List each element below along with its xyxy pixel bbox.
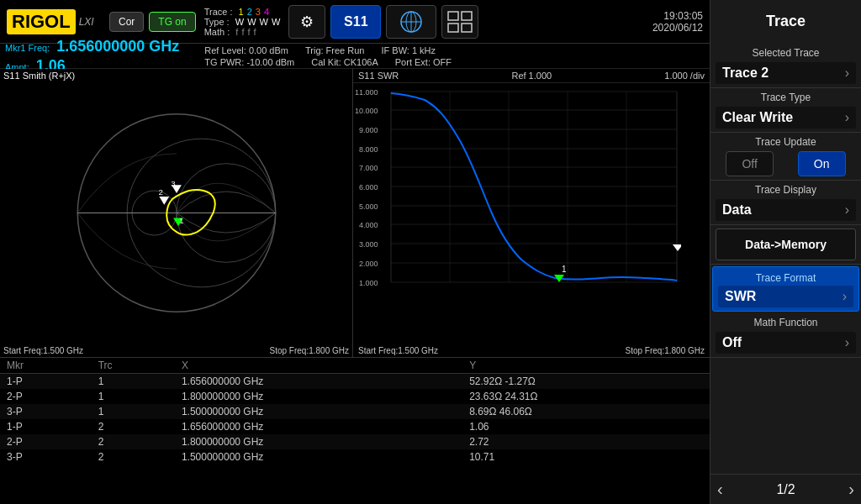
settings-icon-btn[interactable]: ⚙: [288, 5, 325, 39]
trace-format-section: Trace Format SWR ›: [712, 266, 859, 312]
type-1: W: [235, 17, 244, 27]
trace-4: 4: [264, 7, 269, 17]
cell-y: 1.06: [462, 419, 710, 434]
cell-mkr: 1-P: [0, 374, 92, 390]
svg-text:8.000: 8.000: [359, 145, 378, 154]
math-function-label: Math Function: [716, 317, 856, 328]
data-memory-section: Data->Memory: [710, 225, 861, 265]
swr-start-freq: Start Freq:1.500 GHz: [358, 346, 438, 355]
data-memory-button[interactable]: Data->Memory: [716, 228, 856, 260]
date-display: 2020/06/12: [652, 22, 703, 34]
type-2: W: [247, 17, 256, 27]
smith-start-freq: Start Freq:1.500 GHz: [3, 346, 83, 355]
math-4: f: [254, 27, 256, 37]
cal-kit: Cal Kit: CK106A: [311, 57, 378, 67]
cell-mkr: 3-P: [0, 404, 92, 419]
svg-text:3: 3: [171, 179, 176, 188]
trace-display-chevron: ›: [845, 202, 849, 218]
rigol-logo: RIGOL: [7, 9, 76, 34]
s11-button[interactable]: S11: [330, 5, 381, 39]
cell-y: 10.71: [462, 449, 710, 465]
math-2: f: [241, 27, 244, 37]
icon-buttons: ⚙ S11: [288, 5, 478, 39]
trace-update-toggle: Off On: [716, 151, 856, 176]
trace-format-value: SWR: [725, 289, 756, 304]
trace-format-row[interactable]: SWR ›: [718, 286, 853, 307]
svg-text:5.000: 5.000: [359, 202, 378, 211]
svg-text:6.000: 6.000: [359, 183, 378, 192]
swr-bottom: Start Freq:1.500 GHz Stop Freq:1.800 GHz: [353, 344, 710, 357]
cell-y: 8.69Ω 46.06Ω: [462, 404, 710, 419]
trace-3: 3: [256, 7, 261, 17]
mkr-freq-label: Mkr1 Freq:: [5, 43, 50, 53]
cell-trc: 2: [92, 449, 175, 465]
col-x: X: [175, 358, 462, 374]
svg-text:9.000: 9.000: [359, 126, 378, 134]
cell-x: 1.500000000 GHz: [175, 449, 462, 465]
svg-text:4.000: 4.000: [359, 221, 378, 229]
svg-text:1.000: 1.000: [359, 279, 378, 287]
tg-button[interactable]: TG on: [149, 12, 195, 32]
swr-ref-label: Ref 1.000: [511, 71, 552, 81]
trace-info-top: Trace : 1 2 3 4 Type : W W W W Math : f …: [204, 7, 281, 37]
right-panel-header-title: Trace: [710, 0, 861, 44]
cell-trc: 1: [92, 389, 175, 404]
col-trc: Trc: [92, 358, 175, 374]
trace-update-on[interactable]: On: [798, 151, 846, 176]
svg-text:2: 2: [158, 187, 162, 197]
prev-page-button[interactable]: ‹: [717, 480, 723, 499]
cor-button[interactable]: Cor: [109, 12, 144, 32]
type-4: W: [272, 17, 280, 27]
page-indicator: 1/2: [776, 482, 795, 497]
svg-text:1: 1: [562, 265, 567, 274]
trace-display-row[interactable]: Data ›: [716, 199, 856, 221]
selected-trace-label: Selected Trace: [716, 47, 856, 59]
swr-ref-val: 1.000 /div: [664, 71, 705, 81]
right-panel: Selected Trace Trace 2 › Trace Type Clea…: [710, 44, 861, 504]
trace-type-row[interactable]: Clear Write ›: [716, 107, 856, 129]
svg-text:3.000: 3.000: [359, 240, 378, 249]
cell-y: 23.63Ω 24.31Ω: [462, 389, 710, 404]
trace-update-label: Trace Update: [716, 136, 856, 148]
trace-display-value: Data: [722, 202, 752, 218]
math-function-section: Math Function Off ›: [710, 313, 861, 358]
svg-rect-7: [462, 24, 472, 32]
left-side: Mkr1 Freq: 1.656000000 GHz Ampt: 1.06 Re…: [0, 44, 710, 504]
trace-1: 1: [239, 7, 244, 17]
vna-button[interactable]: [386, 5, 436, 39]
smith-svg: 2 3 1: [17, 104, 336, 323]
table-row: 2-P21.800000000 GHz2.72: [0, 434, 710, 449]
trace-format-label: Trace Format: [718, 270, 853, 286]
trace-display-section: Trace Display Data ›: [710, 181, 861, 225]
selected-trace-section: Selected Trace Trace 2 ›: [710, 44, 861, 88]
selected-trace-chevron: ›: [845, 66, 849, 81]
panel-footer: ‹ 1/2 ›: [710, 474, 861, 504]
trace-update-off[interactable]: Off: [726, 151, 773, 176]
cell-mkr: 3-P: [0, 449, 92, 465]
cell-trc: 1: [92, 374, 175, 390]
next-page-button[interactable]: ›: [848, 480, 854, 499]
math-label: Math :: [204, 27, 233, 37]
trace-format-chevron: ›: [843, 289, 847, 304]
table-row: 2-P11.800000000 GHz23.63Ω 24.31Ω: [0, 389, 710, 404]
charts-area: S11 Smith (R+jX): [0, 69, 710, 357]
datetime: 19:03:05 2020/06/12: [652, 10, 710, 34]
col-y: Y: [462, 358, 710, 374]
cell-x: 1.656000000 GHz: [175, 419, 462, 434]
swr-chart: S11 SWR Ref 1.000 1.000 /div: [353, 69, 710, 357]
cell-mkr: 1-P: [0, 419, 92, 434]
type-3: W: [260, 17, 268, 27]
svg-text:7.000: 7.000: [359, 164, 378, 172]
trace-type-chevron: ›: [845, 110, 849, 125]
swr-title: S11 SWR: [358, 71, 399, 81]
grid-button[interactable]: [441, 5, 478, 39]
math-function-row[interactable]: Off ›: [716, 332, 856, 354]
selected-trace-row[interactable]: Trace 2 ›: [716, 62, 856, 84]
type-label: Type :: [204, 17, 232, 27]
trig-mode: Trig: Free Run: [305, 45, 365, 55]
cell-trc: 1: [92, 404, 175, 419]
smith-chart: S11 Smith (R+jX): [0, 69, 353, 357]
if-bw: IF BW: 1 kHz: [381, 45, 436, 55]
cell-trc: 2: [92, 419, 175, 434]
cell-x: 1.500000000 GHz: [175, 404, 462, 419]
